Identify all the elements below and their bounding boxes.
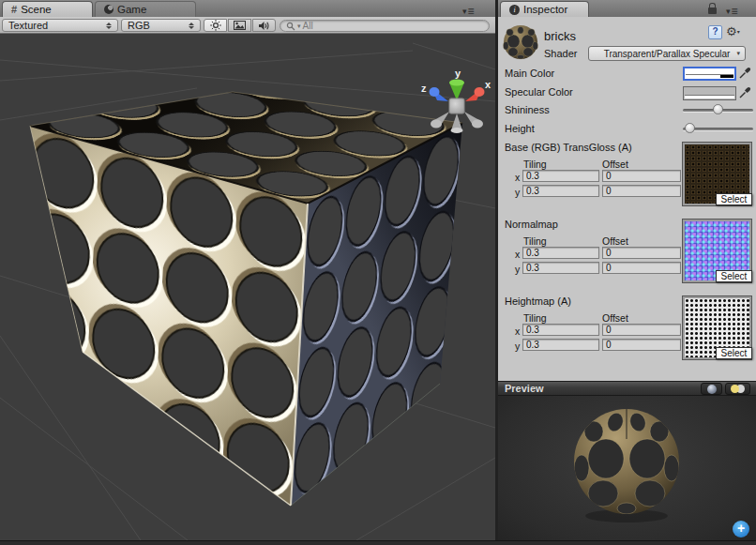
texture-section-heightmap: Heightmap (A) Tiling Offset x y Select (498, 295, 756, 371)
x-row-label: x (515, 172, 520, 183)
updown-arrows-icon (106, 23, 112, 29)
eyedropper-icon[interactable] (738, 66, 751, 80)
search-input[interactable]: ▾ All (280, 20, 490, 32)
select-button[interactable]: Select (716, 270, 752, 282)
tiling-header: Tiling (523, 159, 547, 170)
height-slider-handle[interactable] (685, 123, 695, 133)
shininess-slider[interactable] (683, 109, 753, 112)
offset-x-input[interactable] (602, 170, 681, 182)
scene-3d-canvas: y x z (0, 34, 495, 540)
texture-section-normalmap: Normalmap Tiling Offset x y Select (498, 218, 756, 295)
sphere-icon (707, 385, 717, 394)
main-color-alpha-bar (686, 74, 733, 78)
tiling-x-input[interactable] (522, 247, 599, 259)
color-mode-value: RGB (128, 20, 150, 31)
grid-icon: # (11, 4, 17, 15)
eyedropper-icon[interactable] (738, 85, 751, 99)
material-ball-icon (503, 24, 538, 60)
lock-icon[interactable] (708, 8, 717, 14)
tab-scene[interactable]: # Scene (2, 1, 93, 17)
color-mode-dropdown[interactable]: RGB (121, 19, 201, 32)
preview-mesh-button[interactable] (701, 383, 722, 395)
section-title: Heightmap (A) (505, 295, 571, 307)
offset-x-input[interactable] (602, 324, 681, 336)
preview-area[interactable]: + (498, 396, 756, 540)
search-placeholder: All (303, 21, 313, 31)
inspector-tabbar: i Inspector ▾≡ (498, 0, 756, 17)
lighting-toggle-button[interactable] (204, 19, 227, 32)
section-title: Base (RGB) TransGloss (A) (505, 142, 632, 153)
preview-sphere (498, 396, 756, 540)
main-color-label: Main Color (505, 68, 554, 79)
window-bottom-edge (0, 540, 756, 545)
specular-color-swatch[interactable] (683, 86, 736, 100)
offset-y-input[interactable] (602, 262, 681, 274)
main-color-swatch[interactable] (683, 67, 736, 81)
audio-toggle-button[interactable] (252, 19, 276, 32)
tiling-y-input[interactable] (522, 185, 599, 197)
tiling-header: Tiling (523, 312, 547, 324)
scene-panel-menu-icon[interactable]: ▾≡ (462, 5, 476, 18)
gizmo-x-label: x (485, 79, 491, 90)
scene-pane: # Scene Game ▾≡ Textured RGB (0, 0, 495, 540)
offset-y-input[interactable] (602, 339, 681, 351)
audio-icon (258, 21, 270, 31)
search-filter-chevron-icon[interactable]: ▾ (297, 23, 301, 30)
add-button[interactable]: + (733, 521, 749, 537)
tiling-x-input[interactable] (522, 170, 599, 182)
preview-header[interactable]: Preview (498, 381, 756, 396)
updown-arrows-icon (189, 23, 194, 29)
gear-icon[interactable]: ⚙▾ (726, 25, 740, 38)
offset-header: Offset (602, 235, 628, 247)
y-row-label: y (515, 341, 520, 352)
offset-x-input[interactable] (602, 247, 681, 259)
tab-inspector[interactable]: i Inspector (500, 1, 589, 17)
tab-game[interactable]: Game (95, 1, 196, 17)
info-icon: i (509, 5, 520, 15)
specular-color-label: Specular Color (505, 86, 573, 98)
tab-scene-label: Scene (21, 4, 52, 15)
inspector-content: bricks Shader Transparent/Parallax Specu… (498, 17, 756, 381)
y-row-label: y (515, 264, 520, 275)
section-title: Normalmap (505, 219, 558, 230)
select-button[interactable]: Select (716, 193, 752, 205)
gizmo-center-cube[interactable] (449, 98, 464, 114)
material-name: bricks (544, 29, 576, 43)
render-mode-dropdown[interactable]: Textured (2, 19, 118, 32)
tiling-y-input[interactable] (522, 262, 599, 274)
shininess-label: Shininess (505, 104, 550, 115)
x-row-label: x (515, 249, 520, 260)
scene-viewport[interactable]: y x z (0, 34, 495, 540)
shader-value: Transparent/Parallax Specular (604, 49, 731, 59)
offset-y-input[interactable] (602, 185, 681, 197)
search-icon (286, 22, 295, 31)
tiling-x-input[interactable] (522, 324, 599, 336)
height-slider[interactable] (683, 128, 753, 130)
tab-inspector-label: Inspector (523, 4, 567, 15)
inspector-panel-menu-icon[interactable]: ▾≡ (726, 5, 739, 18)
chevron-down-icon: ▾ (736, 50, 740, 57)
x-row-label: x (515, 325, 520, 337)
sun-icon (210, 20, 221, 31)
image-icon (234, 21, 246, 30)
scene-tabbar: # Scene Game ▾≡ (0, 0, 495, 17)
preview-lighting-button[interactable] (725, 383, 750, 395)
tiling-y-input[interactable] (522, 339, 599, 351)
texture-section-base: Base (RGB) TransGloss (A) Tiling Offset … (498, 141, 756, 218)
y-row-label: y (515, 187, 520, 198)
light-on-icon (731, 385, 739, 393)
specular-color-alpha-bar (685, 95, 734, 98)
render-overlay-button[interactable] (228, 19, 251, 32)
select-button[interactable]: Select (716, 347, 752, 359)
gizmo-y-label: y (455, 68, 461, 79)
inspector-pane: i Inspector ▾≡ bricks Shader T (498, 0, 756, 540)
help-icon[interactable]: ? (708, 25, 722, 39)
height-label: Height (505, 123, 535, 134)
scene-toolbar: Textured RGB (0, 17, 495, 34)
tiling-header: Tiling (523, 235, 547, 247)
offset-header: Offset (602, 312, 628, 324)
gizmo-z-label: z (421, 83, 427, 94)
shader-dropdown[interactable]: Transparent/Parallax Specular ▾ (588, 46, 746, 61)
render-mode-value: Textured (8, 20, 48, 31)
shininess-slider-handle[interactable] (713, 104, 723, 114)
